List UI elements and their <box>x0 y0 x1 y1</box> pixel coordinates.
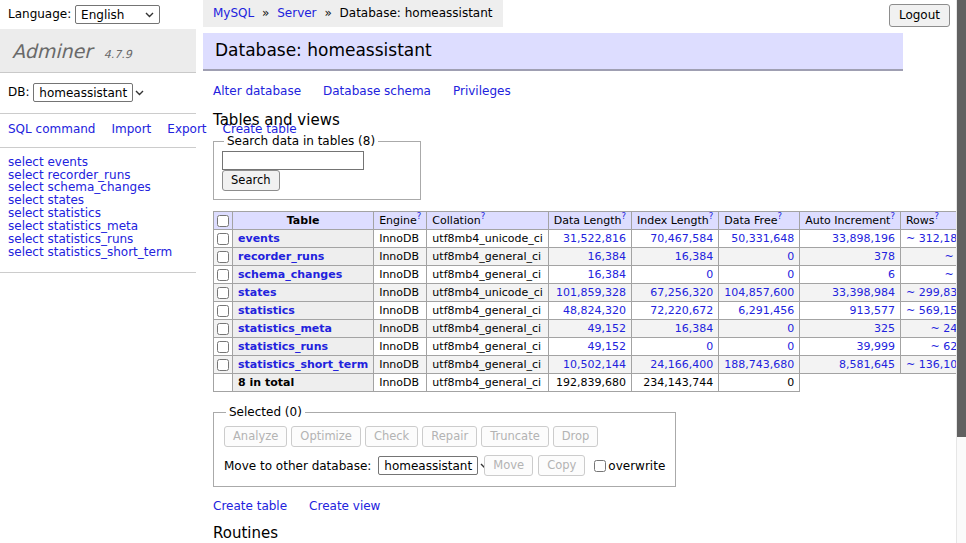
column-help-link[interactable]: ? <box>481 211 486 221</box>
row-checkbox[interactable] <box>217 251 229 263</box>
row-checkbox[interactable] <box>217 233 229 245</box>
breadcrumb-server-link[interactable]: Server <box>277 6 316 20</box>
row-checkbox[interactable] <box>217 341 229 353</box>
main-panel: MySQL » Server » Database: homeassistant… <box>203 0 903 543</box>
recorder-runs-table-link[interactable]: recorder_runs <box>238 250 324 263</box>
value-link[interactable]: 378 <box>874 250 895 263</box>
value-link[interactable]: 0 <box>787 322 794 335</box>
value-link[interactable]: 10,502,144 <box>563 358 626 371</box>
column-help-link[interactable]: ? <box>935 211 940 221</box>
move-db-select[interactable]: homeassistant <box>378 456 478 475</box>
row-checkbox-cell <box>214 230 233 248</box>
value-link[interactable]: 0 <box>706 340 713 353</box>
column-help-link[interactable]: ? <box>417 211 422 221</box>
value-link[interactable]: 50,331,648 <box>731 232 794 245</box>
scrollbar-thumb[interactable] <box>957 0 966 437</box>
value-link[interactable]: 325 <box>874 322 895 335</box>
select-statistics-runs-link[interactable]: select statistics_runs <box>8 232 133 246</box>
value-link[interactable]: 48,824,320 <box>563 304 626 317</box>
value-link[interactable]: 104,857,600 <box>724 286 794 299</box>
select-states-link[interactable]: select states <box>8 193 84 207</box>
cell-engine: 48,824,320 <box>548 302 631 320</box>
sidebar-link-import[interactable]: Import <box>111 122 151 136</box>
statistics-meta-table-link[interactable]: statistics_meta <box>238 322 332 335</box>
value-link[interactable]: 0 <box>706 268 713 281</box>
cell-engine: InnoDB <box>374 356 427 374</box>
search-button[interactable]: Search <box>222 170 280 191</box>
scrollbar[interactable] <box>956 0 966 543</box>
select-all-checkbox[interactable] <box>217 215 229 227</box>
value-link[interactable]: 6 <box>888 268 895 281</box>
link-create-table[interactable]: Create table <box>213 499 287 513</box>
column-help-link[interactable]: ? <box>709 211 714 221</box>
statistics-short-term-table-link[interactable]: statistics_short_term <box>238 358 368 371</box>
cell-table-name: states <box>233 284 374 302</box>
column-help-link[interactable]: ? <box>622 211 627 221</box>
overwrite-checkbox[interactable] <box>594 460 606 472</box>
db-select[interactable]: homeassistant <box>33 83 133 102</box>
row-checkbox[interactable] <box>217 287 229 299</box>
sidebar-link-export[interactable]: Export <box>167 122 206 136</box>
select-recorder-runs-link[interactable]: select recorder_runs <box>8 168 131 182</box>
select-statistics-meta-link[interactable]: select statistics_meta <box>8 219 138 233</box>
link-create-view[interactable]: Create view <box>309 499 380 513</box>
link-database-schema[interactable]: Database schema <box>323 84 431 98</box>
value-link[interactable]: 101,859,328 <box>556 286 626 299</box>
cell-collation: utf8mb4_general_ci <box>427 338 548 356</box>
value-link[interactable]: 188,743,680 <box>724 358 794 371</box>
row-checkbox-cell <box>214 266 233 284</box>
move-row: Move to other database: homeassistant Mo… <box>224 455 665 476</box>
row-checkbox[interactable] <box>217 359 229 371</box>
logout-button[interactable]: Logout <box>889 4 950 27</box>
select-statistics-short-term-link[interactable]: select statistics_short_term <box>8 245 172 259</box>
value-link[interactable]: 67,256,320 <box>650 286 713 299</box>
value-link[interactable]: 0 <box>787 250 794 263</box>
events-table-link[interactable]: events <box>238 232 280 245</box>
value-link[interactable]: 31,522,816 <box>563 232 626 245</box>
value-link[interactable]: 913,577 <box>849 304 895 317</box>
select-events-link[interactable]: select events <box>8 155 88 169</box>
value-link[interactable]: 24,166,400 <box>650 358 713 371</box>
row-checkbox[interactable] <box>217 269 229 281</box>
value-link[interactable]: 16,384 <box>675 250 714 263</box>
breadcrumb-mysql-link[interactable]: MySQL <box>213 6 254 20</box>
statistics-runs-table-link[interactable]: statistics_runs <box>238 340 328 353</box>
value-link[interactable]: 33,898,196 <box>832 232 895 245</box>
value-link[interactable]: 49,152 <box>588 340 627 353</box>
column-help-link[interactable]: ? <box>890 211 895 221</box>
cell-index-length: 913,577 <box>800 302 901 320</box>
value-link[interactable]: 0 <box>787 268 794 281</box>
statistics-table-link[interactable]: statistics <box>238 304 295 317</box>
select-schema-changes-link[interactable]: select schema_changes <box>8 180 151 194</box>
column-help-link[interactable]: ? <box>777 211 782 221</box>
cell-table-name: schema_changes <box>233 266 374 284</box>
breadcrumb: MySQL » Server » Database: homeassistant <box>203 0 503 27</box>
language-row: Language: English <box>0 0 196 24</box>
value-link[interactable]: 70,467,584 <box>650 232 713 245</box>
sidebar-link-sql-command[interactable]: SQL command <box>8 122 95 136</box>
search-input[interactable] <box>222 151 364 170</box>
select-statistics-link[interactable]: select statistics <box>8 206 101 220</box>
value-link[interactable]: 33,398,984 <box>832 286 895 299</box>
row-checkbox[interactable] <box>217 323 229 335</box>
cell-collation: utf8mb4_general_ci <box>427 356 548 374</box>
cell-index-length: 33,398,984 <box>800 284 901 302</box>
language-select[interactable]: English <box>75 5 160 24</box>
value-link[interactable]: 39,999 <box>856 340 895 353</box>
value-link[interactable]: 0 <box>787 340 794 353</box>
value-link[interactable]: 8,581,645 <box>839 358 895 371</box>
link-privileges[interactable]: Privileges <box>453 84 511 98</box>
cell-engine: 31,522,816 <box>548 230 631 248</box>
value-link[interactable]: 72,220,672 <box>650 304 713 317</box>
row-checkbox[interactable] <box>217 305 229 317</box>
states-table-link[interactable]: states <box>238 286 277 299</box>
value-link[interactable]: 6,291,456 <box>738 304 794 317</box>
value-link[interactable]: 16,384 <box>588 250 627 263</box>
value-link[interactable]: 49,152 <box>588 322 627 335</box>
link-alter-database[interactable]: Alter database <box>213 84 301 98</box>
schema-changes-table-link[interactable]: schema_changes <box>238 268 342 281</box>
tables-table-body: eventsInnoDButf8mb4_unicode_ci31,522,816… <box>214 230 966 392</box>
value-link[interactable]: 16,384 <box>588 268 627 281</box>
value-link[interactable]: 16,384 <box>675 322 714 335</box>
total-blank-cell <box>214 374 233 392</box>
